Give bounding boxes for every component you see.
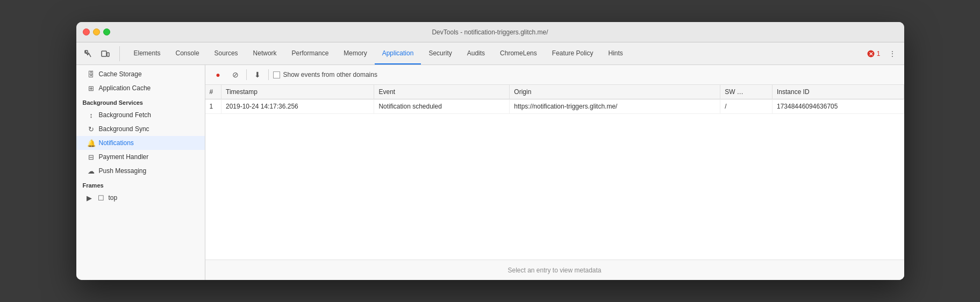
chevron-right-icon: ▶ [85,193,94,202]
tab-hints[interactable]: Hints [601,42,631,64]
toolbar-separator [246,69,247,80]
bell-icon: 🔔 [87,139,96,147]
stack-icon: 🗄 [87,70,96,78]
cell-instance-id: 17348446094636705 [772,99,904,114]
clear-icon: ⊘ [232,70,239,79]
maximize-button[interactable] [103,28,110,35]
inspect-icon[interactable] [81,46,96,61]
toolbar-separator-2 [268,69,269,80]
frames-header[interactable]: Frames [76,178,205,191]
tab-memory[interactable]: Memory [336,42,374,64]
error-count: 1 [877,50,881,57]
cell-origin: https://notification-triggers.glitch.me/ [510,99,720,114]
sidebar-item-payment-handler[interactable]: ⊟ Payment Handler [76,150,205,164]
main-content: 🗄 Cache Storage ⊞ Application Cache Back… [76,65,904,280]
window-title: DevTools - notification-triggers.glitch.… [432,28,548,36]
sidebar-label-app-cache: Application Cache [99,84,151,92]
toolbar-right: ✕ 1 ⋮ [867,46,900,61]
devtools-window: DevTools - notification-triggers.glitch.… [76,22,904,280]
download-icon: ⬇ [254,70,261,79]
frame-top-label: top [109,194,118,202]
show-other-domains-label: Show events from other domains [283,71,377,78]
close-button[interactable] [83,28,90,35]
sidebar-item-app-cache[interactable]: ⊞ Application Cache [76,81,205,95]
svg-text:✕: ✕ [869,51,873,57]
tab-performance[interactable]: Performance [284,42,337,64]
col-header-timestamp: Timestamp [221,85,374,99]
record-icon: ● [216,70,220,79]
svg-rect-0 [85,51,88,53]
col-header-event: Event [374,85,510,99]
background-services-label: Background Services [83,99,144,106]
sidebar-item-bg-fetch[interactable]: ↕ Background Fetch [76,108,205,122]
sidebar-item-cache-storage[interactable]: 🗄 Cache Storage [76,67,205,81]
payment-icon: ⊟ [87,153,96,161]
device-toggle-icon[interactable] [98,46,113,61]
sidebar-item-frame-top[interactable]: ▶ ☐ top [76,191,205,205]
sidebar-label-payment-handler: Payment Handler [99,153,149,161]
tab-chromelens[interactable]: ChromeLens [492,42,545,64]
show-other-domains-checkbox[interactable] [273,71,280,78]
cell-sw: / [720,99,772,114]
tab-audits[interactable]: Audits [460,42,492,64]
content-panel: ● ⊘ ⬇ Show events from other domains [205,65,904,280]
traffic-lights [83,28,110,35]
download-button[interactable]: ⬇ [251,68,264,81]
show-other-domains-checkbox-area[interactable]: Show events from other domains [273,71,377,78]
content-toolbar: ● ⊘ ⬇ Show events from other domains [205,65,904,85]
col-header-instance-id: Instance ID [772,85,904,99]
svg-rect-2 [107,53,109,56]
col-header-num: # [205,85,221,99]
sidebar-label-cache-storage: Cache Storage [99,70,142,78]
tab-elements[interactable]: Elements [126,42,168,64]
cell-num: 1 [205,99,221,114]
error-badge[interactable]: ✕ 1 [867,50,881,57]
record-button[interactable]: ● [212,68,225,81]
cloud-icon: ☁ [87,167,96,175]
sidebar-label-notifications: Notifications [99,139,134,147]
sidebar-item-push-messaging[interactable]: ☁ Push Messaging [76,164,205,178]
sidebar: 🗄 Cache Storage ⊞ Application Cache Back… [76,65,205,280]
background-services-header[interactable]: Background Services [76,95,205,108]
nav-tabs: Elements Console Sources Network Perform… [126,42,867,64]
metadata-bar: Select an entry to view metadata [205,260,904,280]
tab-console[interactable]: Console [168,42,207,64]
sidebar-label-bg-sync: Background Sync [99,125,149,133]
tab-network[interactable]: Network [246,42,284,64]
more-options-button[interactable]: ⋮ [885,46,900,61]
sidebar-label-bg-fetch: Background Fetch [99,111,151,119]
tab-sources[interactable]: Sources [207,42,246,64]
events-table-wrapper: # Timestamp Event Origin SW … Instance I… [205,85,904,260]
toolbar: Elements Console Sources Network Perform… [76,42,904,65]
col-header-sw: SW … [720,85,772,99]
tab-application[interactable]: Application [375,42,421,64]
table-row[interactable]: 1 2019-10-24 14:17:36.256 Notification s… [205,99,904,114]
toolbar-icons [81,46,120,61]
frames-label: Frames [83,182,104,189]
table-header-row: # Timestamp Event Origin SW … Instance I… [205,85,904,99]
metadata-text: Select an entry to view metadata [507,267,601,274]
titlebar: DevTools - notification-triggers.glitch.… [76,22,904,42]
tab-security[interactable]: Security [421,42,459,64]
svg-rect-1 [102,51,106,56]
events-table: # Timestamp Event Origin SW … Instance I… [205,85,904,114]
frame-icon: ☐ [97,193,105,202]
arrows-updown-icon: ↕ [87,111,96,119]
grid-icon: ⊞ [87,84,96,92]
minimize-button[interactable] [93,28,100,35]
cell-event: Notification scheduled [374,99,510,114]
sidebar-label-push-messaging: Push Messaging [99,167,147,175]
tab-feature-policy[interactable]: Feature Policy [545,42,601,64]
sync-icon: ↻ [87,125,96,133]
clear-button[interactable]: ⊘ [229,68,242,81]
sidebar-item-notifications[interactable]: 🔔 Notifications [76,136,205,150]
sidebar-item-bg-sync[interactable]: ↻ Background Sync [76,122,205,136]
col-header-origin: Origin [510,85,720,99]
cell-timestamp: 2019-10-24 14:17:36.256 [221,99,374,114]
